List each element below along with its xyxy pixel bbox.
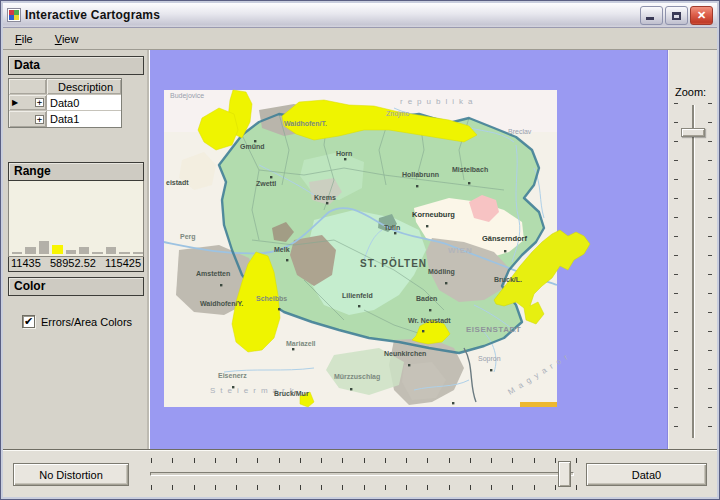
- zoom-slider-tick: [674, 103, 678, 104]
- histogram-bar[interactable]: [66, 250, 76, 254]
- menu-item-view[interactable]: View: [51, 31, 83, 47]
- zoom-slider-tick: [708, 331, 712, 332]
- row-header[interactable]: ▶ +: [9, 95, 47, 110]
- map-town-label: Baden: [416, 295, 437, 302]
- table-row[interactable]: ▶ + Data0: [9, 95, 121, 111]
- histogram-bar[interactable]: [92, 252, 102, 254]
- map-town-dot: [286, 259, 288, 261]
- distortion-slider-tick: [555, 485, 556, 490]
- distortion-slider-tick: [151, 458, 152, 463]
- map-town-label: Tulln: [384, 224, 400, 231]
- minimize-icon: [646, 17, 654, 20]
- zoom-slider-tick: [708, 407, 712, 408]
- distortion-slider-thumb[interactable]: [558, 461, 571, 487]
- distortion-slider-tick: [194, 485, 195, 490]
- map-town-label: Gänserndorf: [482, 234, 528, 243]
- zoom-slider-thumb[interactable]: [681, 128, 705, 137]
- map-town-dot: [394, 232, 396, 234]
- range-mid-label: 58952.52: [50, 257, 96, 269]
- data-grid-corner-cell: [9, 79, 47, 94]
- histogram-bar[interactable]: [12, 252, 22, 254]
- map-attribution-bar: [520, 402, 557, 407]
- histogram-bar[interactable]: [106, 247, 116, 254]
- dataset-button[interactable]: Data0: [586, 463, 707, 486]
- map-town-dot: [292, 348, 294, 350]
- map-town-label: Mödling: [428, 268, 455, 276]
- zoom-slider-tick: [708, 274, 712, 275]
- maximize-icon: [672, 12, 681, 20]
- histogram-bar[interactable]: [79, 247, 89, 254]
- map-viewport[interactable]: BudejovicerepublikaZnojmoBreclavWaidhofe…: [150, 50, 667, 449]
- distortion-slider-tick: [555, 458, 556, 463]
- map-town-label: Melk: [274, 246, 290, 253]
- errors-area-colors-checkbox[interactable]: ✔: [22, 315, 35, 328]
- map-town-label: WIEN: [448, 246, 473, 255]
- zoom-slider-tick: [674, 407, 678, 408]
- zoom-slider-tick: [708, 103, 712, 104]
- column-header-description[interactable]: Description: [47, 79, 121, 94]
- menu-file-mnemonic: F: [15, 33, 22, 45]
- row-header[interactable]: +: [9, 111, 47, 127]
- distortion-slider-tick: [385, 485, 386, 490]
- minimize-button[interactable]: [640, 6, 663, 25]
- map-town-dot: [344, 158, 346, 160]
- expand-row-button[interactable]: +: [35, 115, 44, 124]
- zoom-slider-tick: [674, 122, 678, 123]
- map-town-dot: [504, 250, 506, 252]
- range-min-label: 11435: [11, 257, 41, 269]
- distortion-slider-tick: [215, 485, 216, 490]
- map-town-label: Sopron: [478, 355, 501, 363]
- title-bar[interactable]: Interactive Cartograms ✕: [3, 3, 717, 28]
- zoom-slider-tick: [674, 369, 678, 370]
- description-cell[interactable]: Data1: [47, 111, 121, 127]
- map-town-label: Eisenerz: [218, 372, 247, 379]
- zoom-slider-tick: [708, 236, 712, 237]
- distortion-slider-tick: [236, 485, 237, 490]
- data-section-header: Data: [8, 56, 144, 75]
- distortion-slider-tick: [257, 485, 258, 490]
- map-town-dot: [452, 402, 454, 404]
- map-town-label: Budejovice: [170, 92, 204, 100]
- table-row[interactable]: + Data1: [9, 111, 121, 127]
- no-distortion-button[interactable]: No Distortion: [13, 463, 129, 486]
- map-town-dot: [490, 369, 492, 371]
- maximize-button[interactable]: [665, 6, 688, 25]
- distortion-slider-tick: [300, 485, 301, 490]
- left-panel: Data Description ▶ + Data0 +: [3, 50, 150, 449]
- distortion-slider-tick: [534, 458, 535, 463]
- histogram-bar[interactable]: [25, 247, 35, 254]
- zoom-slider-tick: [674, 255, 678, 256]
- zoom-slider-track[interactable]: [692, 105, 694, 438]
- zoom-slider-tick: [674, 179, 678, 180]
- description-cell[interactable]: Data0: [47, 95, 121, 110]
- range-histogram[interactable]: [8, 181, 144, 257]
- histogram-bar[interactable]: [39, 241, 49, 254]
- map-town-dot: [468, 182, 470, 184]
- expand-row-button[interactable]: +: [35, 98, 44, 107]
- map-town-dot: [220, 284, 222, 286]
- distortion-slider-tick: [449, 485, 450, 490]
- distortion-slider-track[interactable]: [150, 472, 574, 476]
- histogram-bar[interactable]: [119, 252, 129, 254]
- map-town-label: Waidhofen/T.: [284, 120, 327, 127]
- histogram-bar-selected[interactable]: [52, 245, 62, 254]
- bottom-bar: No Distortion Data0: [3, 449, 717, 497]
- cartogram-map[interactable]: BudejovicerepublikaZnojmoBreclavWaidhofe…: [164, 90, 557, 407]
- close-button[interactable]: ✕: [690, 6, 713, 25]
- map-town-label: Mürzzuschlag: [334, 373, 380, 381]
- map-town-dot: [232, 386, 234, 388]
- map-town-label: eistadt: [166, 179, 189, 186]
- map-town-dot: [426, 225, 428, 227]
- zoom-slider-tick: [708, 217, 712, 218]
- menu-view-rest: iew: [62, 33, 79, 45]
- distortion-slider[interactable]: [144, 450, 580, 498]
- distortion-slider-tick: [172, 458, 173, 463]
- menu-file-rest: ile: [22, 33, 33, 45]
- histogram-bar[interactable]: [133, 252, 143, 254]
- map-town-label: ST. PÖLTEN: [360, 257, 427, 269]
- zoom-slider-tick: [708, 141, 712, 142]
- menu-item-file[interactable]: File: [11, 31, 37, 47]
- map-town-label: Breclav: [508, 128, 532, 135]
- zoom-slider-tick: [674, 198, 678, 199]
- map-town-label: Bruck/Mur: [274, 390, 309, 397]
